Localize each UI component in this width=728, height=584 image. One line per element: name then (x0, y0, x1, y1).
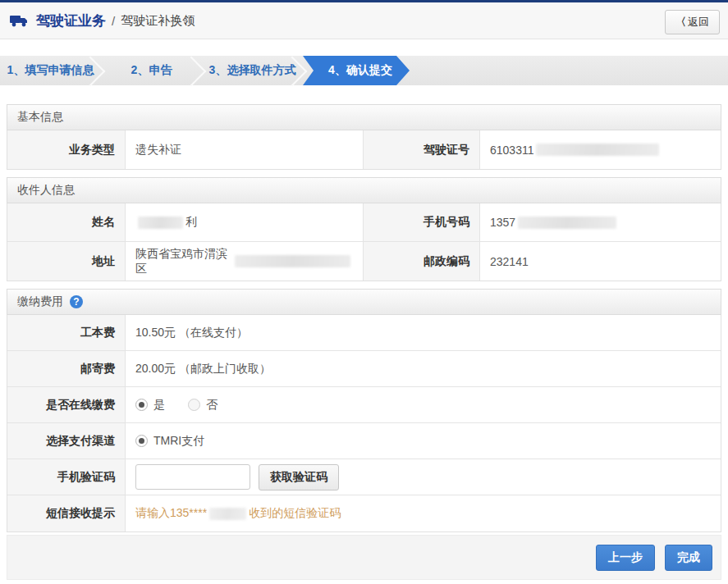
page-header: 驾驶证业务 / 驾驶证补换领 〈返回 (0, 2, 728, 39)
basic-info-header: 基本信息 (7, 104, 721, 130)
business-type-value: 遗失补证 (126, 130, 364, 169)
phone-label: 手机号码 (364, 203, 480, 242)
address-label: 地址 (7, 242, 126, 281)
radio-label: 否 (206, 398, 217, 413)
finish-button[interactable]: 完成 (665, 545, 712, 571)
license-number-label: 驾驶证号 (364, 130, 480, 169)
previous-step-button[interactable]: 上一步 (596, 545, 655, 571)
back-button-label: 返回 (688, 16, 709, 28)
tab-step-1[interactable]: 1、填写申请信息 (0, 56, 101, 85)
recipient-info-table: 姓名 利 手机号码 1357 地址 陕西省宝鸡市渭滨区 邮政编码 232141 (7, 203, 721, 281)
address-value: 陕西省宝鸡市渭滨区 (126, 242, 364, 281)
phone-value: 1357 (480, 203, 721, 242)
pay-online-label: 是否在线缴费 (7, 387, 126, 423)
cost-fee-value: 10.50元 （在线支付） (126, 315, 721, 351)
basic-info-title: 基本信息 (17, 110, 63, 125)
sms-hint-text: 请输入135****收到的短信验证码 (135, 506, 341, 521)
pay-channel-options: TMRI支付 (126, 423, 721, 459)
radio-option-tmri[interactable]: TMRI支付 (135, 434, 204, 449)
sms-code-input[interactable] (135, 464, 250, 490)
breadcrumb-current: 驾驶证补换领 (121, 13, 195, 29)
redaction-block (536, 144, 659, 156)
tab-step-2[interactable]: 2、申告 (101, 56, 202, 85)
footer-action-bar: 上一步 完成 (7, 535, 721, 580)
recipient-info-header: 收件人信息 (7, 177, 721, 203)
license-number-value: 6103311 (480, 130, 721, 169)
help-icon[interactable]: ? (70, 295, 83, 308)
radio-option-no[interactable]: 否 (188, 398, 217, 413)
cost-fee-label: 工本费 (7, 315, 126, 351)
sms-code-label: 手机验证码 (7, 459, 126, 495)
postcode-label: 邮政编码 (364, 242, 480, 281)
payment-table: 工本费 10.50元 （在线支付） 邮寄费 20.00元 （邮政上门收取） 是否… (7, 315, 721, 532)
truck-icon (10, 13, 30, 28)
mail-fee-label: 邮寄费 (7, 351, 126, 387)
radio-checked-icon[interactable] (135, 435, 148, 447)
business-type-label: 业务类型 (7, 130, 126, 169)
basic-info-table: 业务类型 遗失补证 驾驶证号 6103311 (7, 130, 721, 170)
payment-title: 缴纳费用 (17, 294, 63, 309)
sms-hint-label: 短信接收提示 (7, 495, 126, 532)
redaction-block (518, 217, 616, 229)
page-title: 驾驶证业务 (36, 11, 106, 30)
sms-code-field: 获取验证码 (126, 459, 721, 495)
get-code-button[interactable]: 获取验证码 (259, 464, 339, 490)
chevron-left-icon: 〈 (675, 16, 686, 28)
radio-unchecked-icon[interactable] (188, 399, 200, 411)
radio-checked-icon[interactable] (135, 399, 148, 411)
tab-step-4-active[interactable]: 4、确认提交 (303, 56, 410, 85)
breadcrumb-separator: / (112, 14, 115, 28)
radio-label: 是 (153, 398, 165, 413)
pay-channel-label: 选择支付渠道 (7, 423, 126, 459)
section-recipient-info: 收件人信息 姓名 利 手机号码 1357 地址 陕西省宝鸡市渭滨区 邮政编码 2… (7, 177, 721, 281)
redaction-block (235, 255, 350, 267)
sms-hint-value: 请输入135****收到的短信验证码 (126, 495, 721, 532)
section-payment: 缴纳费用 ? 工本费 10.50元 （在线支付） 邮寄费 20.00元 （邮政上… (7, 289, 721, 532)
pay-online-options: 是 否 (126, 387, 721, 423)
tab-step-3[interactable]: 3、选择取件方式 (202, 56, 303, 85)
step-tabs: 1、填写申请信息 2、申告 3、选择取件方式 4、确认提交 (0, 56, 728, 85)
payment-header: 缴纳费用 ? (7, 289, 721, 315)
back-button[interactable]: 〈返回 (665, 10, 720, 34)
name-label: 姓名 (7, 203, 126, 242)
name-value: 利 (126, 203, 364, 242)
redaction-block (138, 217, 183, 229)
recipient-info-title: 收件人信息 (17, 183, 75, 198)
radio-option-yes[interactable]: 是 (135, 398, 165, 413)
redaction-block (209, 508, 246, 520)
mail-fee-value: 20.00元 （邮政上门收取） (126, 351, 721, 387)
section-basic-info: 基本信息 业务类型 遗失补证 驾驶证号 6103311 (7, 104, 721, 170)
radio-label: TMRI支付 (153, 434, 204, 449)
postcode-value: 232141 (480, 242, 721, 281)
